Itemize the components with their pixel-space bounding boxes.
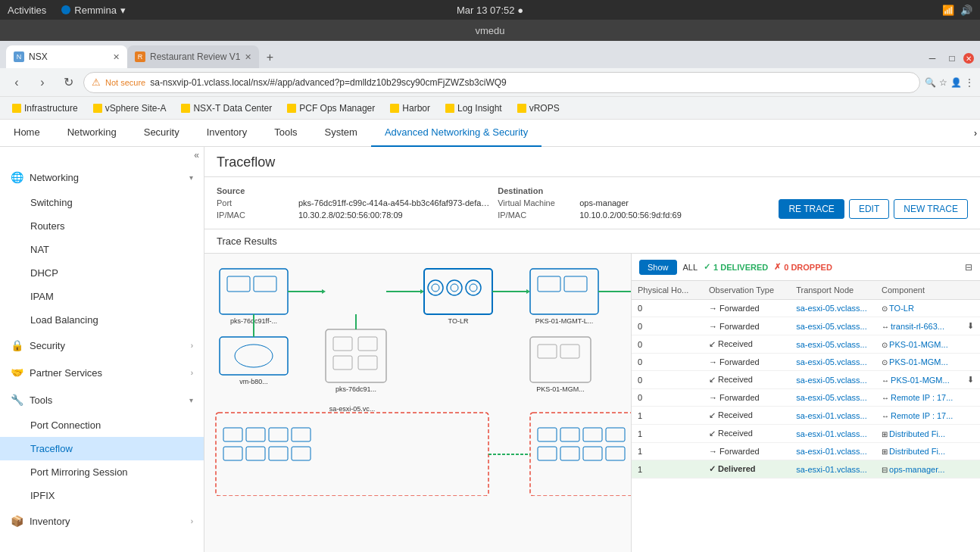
- edit-button[interactable]: EDIT: [849, 199, 889, 219]
- nsx-content: « 🌐 Networking ▾ Switching Routers NAT: [0, 147, 980, 552]
- bookmark-log-insight[interactable]: Log Insight: [439, 101, 508, 115]
- source-ipmac-label: IP/MAC: [217, 211, 292, 220]
- nav-tools[interactable]: Tools: [261, 120, 311, 147]
- close-button[interactable]: ✕: [963, 53, 974, 64]
- reload-button[interactable]: ↻: [58, 72, 79, 93]
- svg-rect-10: [333, 337, 352, 351]
- table-row: 1 ✓ Delivered sa-esxi-01.vclass... ⊟ops-…: [632, 460, 980, 479]
- bookmark-vsphere[interactable]: vSphere Site-A: [87, 101, 173, 115]
- nav-advanced[interactable]: Advanced Networking & Security: [371, 120, 541, 147]
- bookmark-harbor[interactable]: Harbor: [384, 101, 436, 115]
- sidebar-section-partner-services[interactable]: 🤝 Partner Services ›: [0, 359, 204, 386]
- bookmark-infrastructure[interactable]: Infrastructure: [6, 101, 84, 115]
- cell-action: [961, 335, 980, 354]
- bookmark-star-icon[interactable]: ☆: [939, 77, 947, 88]
- new-tab-button[interactable]: +: [259, 47, 280, 68]
- bookmark-pcf[interactable]: PCF Ops Manager: [281, 101, 381, 115]
- nav-system[interactable]: System: [311, 120, 371, 147]
- partner-expand-icon: ›: [191, 369, 193, 377]
- sidebar-item-ipam[interactable]: IPAM: [0, 285, 204, 308]
- sidebar-section-tools[interactable]: 🔧 Tools ▾: [0, 386, 204, 413]
- cell-component: ↔PKS-01-MGM...: [875, 371, 961, 389]
- svg-rect-49: [269, 447, 288, 460]
- source-ipmac-value: 10.30.2.8/02:50:56:00:78:09: [298, 211, 492, 220]
- svg-rect-48: [292, 428, 311, 441]
- cell-physical: 0: [632, 317, 703, 335]
- sidebar-collapse-btn[interactable]: «: [194, 150, 199, 161]
- sidebar-item-dhcp[interactable]: DHCP: [0, 261, 204, 285]
- sidebar-section-inventory[interactable]: 📦 Inventory ›: [0, 507, 204, 535]
- url-text: sa-nsxvip-01.vclass.local/nsx/#/app/adva…: [150, 77, 507, 88]
- sidebar-item-port-mirroring[interactable]: Port Mirroring Session: [0, 460, 204, 484]
- bookmark-vrops[interactable]: vROPS: [511, 101, 566, 115]
- svg-point-23: [470, 284, 477, 292]
- sidebar-item-load-balancing[interactable]: Load Balancing: [0, 308, 204, 332]
- sidebar-item-port-connection[interactable]: Port Connection: [0, 413, 204, 437]
- nav-home[interactable]: Home: [0, 120, 54, 147]
- nav-scroll-right[interactable]: ›: [974, 128, 980, 139]
- show-button[interactable]: Show: [639, 260, 677, 275]
- svg-rect-11: [358, 337, 377, 351]
- nav-networking[interactable]: Networking: [54, 120, 130, 147]
- new-trace-button[interactable]: NEW TRACE: [894, 199, 968, 219]
- account-icon[interactable]: 👤: [950, 77, 962, 88]
- inventory-expand-icon: ›: [191, 517, 193, 525]
- cell-transport: sa-esxi-05.vclass...: [790, 354, 875, 371]
- maximize-button[interactable]: □: [944, 50, 960, 67]
- menu-icon[interactable]: ⋮: [965, 77, 974, 88]
- security-warning-icon: ⚠: [92, 76, 101, 88]
- address-bar[interactable]: ⚠ Not secure sa-nsxvip-01.vclass.local/n…: [83, 72, 920, 93]
- nav-inventory[interactable]: Inventory: [193, 120, 261, 147]
- tab-nsx[interactable]: N NSX ✕: [6, 45, 127, 68]
- sidebar-section-networking[interactable]: 🌐 Networking ▾: [0, 164, 204, 191]
- nav-security[interactable]: Security: [130, 120, 193, 147]
- results-data-table: Physical Ho... Observation Type Transpor…: [632, 281, 980, 479]
- search-icon[interactable]: 🔍: [925, 77, 936, 88]
- retrace-button[interactable]: RE TRACE: [779, 199, 844, 219]
- table-row: 0 ↙ Received sa-esxi-05.vclass... ↔PKS-0…: [632, 371, 980, 389]
- tools-expand-icon: ▾: [189, 396, 193, 404]
- tab-restaurant[interactable]: R Restaurant Review V1 ✕: [127, 45, 259, 68]
- sidebar-item-nat[interactable]: NAT: [0, 238, 204, 261]
- tab-restaurant-favicon: R: [135, 51, 145, 62]
- browser-tabs: N NSX ✕ R Restaurant Review V1 ✕ + ─ □ ✕: [0, 41, 980, 68]
- trace-destination: Destination Virtual Machine ops-manager …: [498, 186, 772, 220]
- sidebar-item-switching[interactable]: Switching: [0, 191, 204, 214]
- dest-ipmac-label: IP/MAC: [498, 211, 573, 220]
- tab-nsx-close[interactable]: ✕: [113, 52, 120, 62]
- sidebar-item-ipfix[interactable]: IPFIX: [0, 484, 204, 507]
- back-button[interactable]: ‹: [6, 72, 27, 93]
- sidebar-item-routers[interactable]: Routers: [0, 214, 204, 238]
- svg-rect-56: [538, 447, 557, 460]
- traceflow-form: Source Port pks-76dc91ff-c99c-414a-a454-…: [204, 177, 980, 229]
- bookmark-folder-icon: [445, 104, 454, 113]
- dest-vm-value: ops-manager: [579, 198, 772, 207]
- delivered-checkmark-icon: ✓: [704, 262, 710, 272]
- cell-physical: 0: [632, 300, 703, 317]
- filter-button[interactable]: ⊟: [965, 262, 972, 273]
- cell-obs-type: → Forwarded: [703, 354, 790, 371]
- browser-nav: ‹ › ↻ ⚠ Not secure sa-nsxvip-01.vclass.l…: [0, 68, 980, 97]
- table-row: 0 ↙ Received sa-esxi-05.vclass... ⊙PKS-0…: [632, 335, 980, 354]
- sidebar-collapse-control: «: [0, 147, 204, 164]
- activities-label[interactable]: Activities: [8, 5, 46, 16]
- volume-icon: 🔊: [960, 5, 972, 16]
- col-transport: Transport Node: [790, 281, 875, 300]
- forward-button[interactable]: ›: [32, 72, 53, 93]
- sidebar-section-security[interactable]: 🔒 Security ›: [0, 332, 204, 359]
- results-table: Physical Ho... Observation Type Transpor…: [632, 281, 980, 552]
- cell-physical: 0: [632, 335, 703, 354]
- minimize-button[interactable]: ─: [924, 50, 941, 67]
- sidebar-item-traceflow[interactable]: Traceflow: [0, 437, 204, 460]
- cell-component: ↔transit-rl-663...: [875, 317, 961, 335]
- page-title: Traceflow: [217, 154, 968, 170]
- app-name-label[interactable]: Remmina ▾: [61, 5, 126, 16]
- tab-restaurant-close[interactable]: ✕: [245, 52, 251, 62]
- svg-marker-5: [322, 289, 326, 294]
- browser-window: N NSX ✕ R Restaurant Review V1 ✕ + ─ □ ✕…: [0, 41, 980, 552]
- bookmark-nsx[interactable]: NSX-T Data Center: [175, 101, 278, 115]
- trace-source: Source Port pks-76dc91ff-c99c-414a-a454-…: [217, 186, 492, 220]
- diagram-area[interactable]: pks-76dc91ff-... vm-b80...: [204, 254, 632, 552]
- svg-rect-43: [223, 428, 242, 441]
- svg-rect-28: [538, 276, 560, 292]
